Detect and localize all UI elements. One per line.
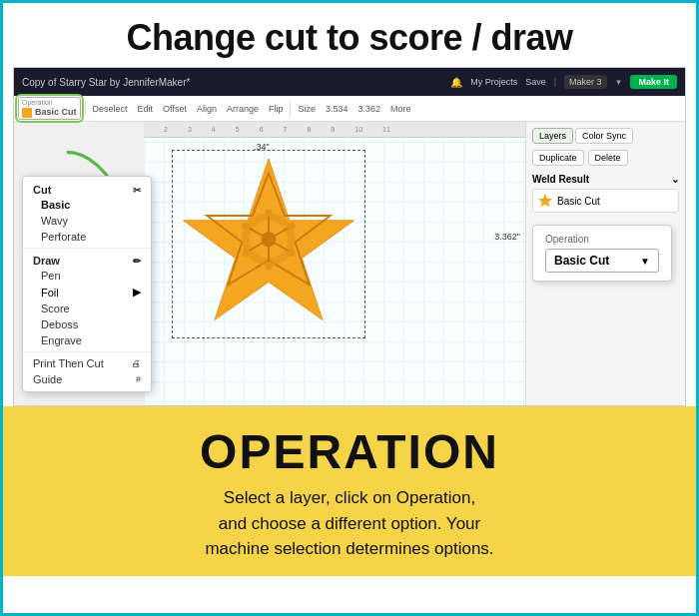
screenshot-area: Copy of Starry Star by JenniferMaker* 🔔 … <box>13 67 686 406</box>
score-item[interactable]: Score <box>23 301 151 316</box>
operation-panel: Operation Basic Cut ▼ <box>532 225 672 282</box>
duplicate-btn[interactable]: Duplicate <box>532 150 584 166</box>
color-swatch <box>22 108 32 118</box>
foil-arrow-icon: ▶ <box>133 286 141 299</box>
weld-result-header: Weld Result ⌄ <box>532 174 679 185</box>
deboss-item[interactable]: Deboss <box>23 316 151 332</box>
foil-item[interactable]: Foil▶ <box>23 284 151 301</box>
bottom-section: OPERATION Select a layer, click on Opera… <box>3 406 696 576</box>
operation-box[interactable]: Operation Basic Cut <box>18 97 81 120</box>
maker-btn[interactable]: Maker 3 <box>564 75 607 89</box>
dim-label-right: 3.362" <box>494 232 520 242</box>
op-panel-select[interactable]: Basic Cut ▼ <box>545 249 659 273</box>
toolbar-sep1 <box>85 101 86 117</box>
cut-section-label: Cut ✂ <box>23 181 151 197</box>
more-btn[interactable]: More <box>387 104 414 114</box>
wavy-cut-item[interactable]: Wavy <box>23 213 151 229</box>
toolbar-sep2 <box>290 101 291 117</box>
guide-item[interactable]: Guide# <box>23 371 151 387</box>
draw-section-label: Draw ✏ <box>23 252 151 268</box>
perforate-item[interactable]: Perforate <box>23 229 151 245</box>
deselect-btn[interactable]: Deselect <box>90 104 131 114</box>
svg-point-7 <box>265 209 273 217</box>
divider: | <box>554 77 556 87</box>
main-title: Change cut to score / draw <box>23 17 676 59</box>
ds-topbar: Copy of Starry Star by JenniferMaker* 🔔 … <box>14 68 685 96</box>
weld-result-row[interactable]: Basic Cut <box>532 189 679 213</box>
svg-point-8 <box>265 263 273 271</box>
guide-icon: # <box>136 374 141 384</box>
height-val: 3.362 <box>355 104 384 114</box>
dropdown-divider2 <box>23 351 151 352</box>
print-icon: 🖨 <box>132 358 141 368</box>
color-sync-tab[interactable]: Color Sync <box>575 128 633 144</box>
op-panel-arrow-icon: ▼ <box>640 256 650 267</box>
design-space-mockup: Copy of Starry Star by JenniferMaker* 🔔 … <box>14 68 685 405</box>
topbar-title: Copy of Starry Star by JenniferMaker* <box>22 77 190 88</box>
size-label: Size <box>295 104 319 114</box>
operation-dropdown: Cut ✂ Basic Wavy Perforate Draw ✏ Pen Fo… <box>22 176 152 392</box>
dropdown-arrow-icon: ▼ <box>615 78 623 87</box>
op-panel-label: Operation <box>545 234 659 245</box>
delete-btn[interactable]: Delete <box>588 150 628 166</box>
svg-point-12 <box>288 223 296 231</box>
dropdown-divider1 <box>23 248 151 249</box>
draw-icon: ✏ <box>133 256 141 267</box>
pen-item[interactable]: Pen <box>23 268 151 284</box>
width-val: 3.534 <box>323 104 351 114</box>
svg-point-9 <box>242 223 250 231</box>
operation-text: Basic Cut <box>35 107 77 118</box>
weld-star-icon <box>537 193 553 209</box>
ds-right-panel: Layers Color Sync Duplicate Delete Weld … <box>525 122 685 405</box>
weld-result-label: Weld Result <box>532 174 589 185</box>
save-btn[interactable]: Save <box>525 77 546 87</box>
arrange-btn[interactable]: Arrange <box>224 104 262 114</box>
ruler-horizontal: 234567891011 <box>144 122 525 138</box>
flip-btn[interactable]: Flip <box>266 104 287 114</box>
my-projects-btn[interactable]: My Projects <box>470 77 517 87</box>
page-title-area: Change cut to score / draw <box>3 3 696 67</box>
op-panel-value: Basic Cut <box>554 254 609 268</box>
svg-point-13 <box>261 232 276 247</box>
svg-point-11 <box>242 249 250 257</box>
bell-icon: 🔔 <box>450 77 462 88</box>
bottom-description: Select a layer, click on Operation,and c… <box>33 485 666 562</box>
operation-label: Operation <box>22 99 77 107</box>
offset-btn[interactable]: Offset <box>160 104 190 114</box>
topbar-right: 🔔 My Projects Save | Maker 3 ▼ Make It <box>450 75 677 89</box>
svg-point-10 <box>288 249 296 257</box>
layers-tab[interactable]: Layers <box>532 128 573 144</box>
panel-tabs: Layers Color Sync <box>532 128 679 144</box>
svg-marker-15 <box>538 194 552 208</box>
basic-cut-item[interactable]: Basic <box>23 197 151 213</box>
chevron-down-icon: ⌄ <box>671 174 679 185</box>
cut-icon: ✂ <box>133 185 141 196</box>
star-shape <box>174 152 363 336</box>
dim-label-top: .34" <box>254 142 270 152</box>
print-then-cut-item[interactable]: Print Then Cut🖨 <box>23 355 151 371</box>
make-it-btn[interactable]: Make It <box>630 75 677 89</box>
ds-canvas: 234567891011 <box>144 122 525 405</box>
bottom-title: OPERATION <box>33 424 666 479</box>
operation-value: Basic Cut <box>22 107 77 118</box>
engrave-item[interactable]: Engrave <box>23 332 151 348</box>
ds-toolbar: Operation Basic Cut Deselect Edit Offset… <box>14 96 685 122</box>
edit-btn[interactable]: Edit <box>135 104 157 114</box>
weld-item-label: Basic Cut <box>557 196 600 207</box>
align-btn[interactable]: Align <box>194 104 220 114</box>
